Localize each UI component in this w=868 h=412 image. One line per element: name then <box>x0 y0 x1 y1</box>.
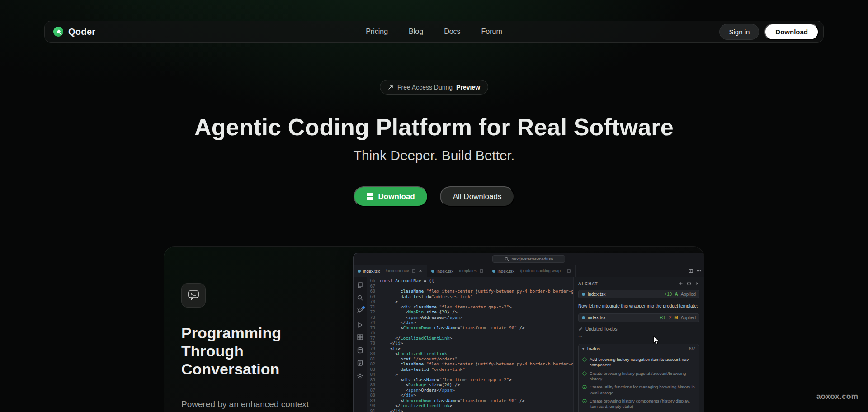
history-icon[interactable] <box>687 281 691 286</box>
extensions-icon[interactable] <box>357 334 363 341</box>
search-icon <box>505 257 509 261</box>
code-line: 73 <span>Addresses</span> <box>367 315 573 320</box>
explorer-icon[interactable] <box>357 282 363 289</box>
brand[interactable]: Qoder <box>53 26 95 37</box>
tab-label: index.tsx <box>437 269 454 274</box>
more-actions-icon[interactable] <box>697 269 701 273</box>
tsx-file-icon <box>582 316 585 319</box>
editor-tab-3[interactable]: index.tsx .../product-tracking-wrap... <box>488 265 576 277</box>
chip-file-name: index.tsx <box>588 292 605 297</box>
pin-icon[interactable] <box>479 269 484 273</box>
collapsed-content[interactable]: ⋯ <box>578 334 699 339</box>
chat-code-icon <box>187 289 200 302</box>
todo-text: Create browsing history components (hist… <box>590 398 695 410</box>
code-line: 75 <ChevronDown className="transform -ro… <box>367 325 573 331</box>
qoder-logo-icon <box>53 26 64 37</box>
code-line: 79 <li> <box>367 346 573 351</box>
run-debug-icon[interactable] <box>357 322 363 328</box>
code-line: 80 <LocalizedClientLink <box>367 351 573 356</box>
feature-icon-tile <box>181 283 206 308</box>
close-panel-icon[interactable] <box>695 281 699 286</box>
tab-path: ...templates <box>456 269 477 273</box>
file-change-chip[interactable]: index.tsx +19 A Applied <box>578 290 699 298</box>
code-line: 68 className="flex items-center justify-… <box>367 289 573 294</box>
split-editor-icon[interactable] <box>689 269 693 273</box>
code-lines: 66const AccountNav = ({6768 className="f… <box>367 278 573 412</box>
code-editor[interactable]: 66const AccountNav = ({6768 className="f… <box>367 277 573 412</box>
workspace-name: nextjs-starter-medusa <box>512 256 553 261</box>
notification-badge <box>362 306 365 309</box>
code-line: 91 </li> <box>367 408 573 412</box>
editor-tab-2[interactable]: index.tsx ...templates <box>427 265 488 277</box>
trending-arrow-icon <box>388 84 394 90</box>
ide-titlebar: nextjs-starter-medusa <box>354 253 704 265</box>
tsx-file-icon <box>358 270 361 273</box>
database-icon[interactable] <box>357 347 363 354</box>
nav-link-blog[interactable]: Blog <box>409 28 423 36</box>
check-circle-icon <box>582 357 587 362</box>
pin-icon[interactable] <box>566 269 571 273</box>
todo-text: Create browsing history page at /account… <box>590 371 695 382</box>
change-status: Applied <box>681 292 696 297</box>
code-line: 70 > <box>367 299 573 304</box>
ide-tabbar: index.tsx .../account-nav index.tsx ...t… <box>354 265 704 277</box>
tsx-file-icon <box>582 293 585 296</box>
badge-text: Free Access During <box>397 84 453 91</box>
all-downloads-button[interactable]: All Downloads <box>440 186 515 207</box>
code-line: 87 <span>Orders</span> <box>367 388 573 393</box>
editor-tab-1[interactable]: index.tsx .../account-nav <box>354 265 427 277</box>
hero-download-button[interactable]: Download <box>354 186 428 207</box>
todo-list: Add browsing history navigation item to … <box>579 354 699 412</box>
code-line: 71 <div className="flex items-center gap… <box>367 304 573 310</box>
ide-search-bar[interactable]: nextjs-starter-medusa <box>492 255 566 263</box>
nav-links: Pricing Blog Docs Forum <box>366 28 502 36</box>
todo-text: Create utility functions for managing br… <box>590 384 695 396</box>
page-subtitle: Think Deeper. Build Better. <box>354 148 515 163</box>
code-line: 78 </li> <box>367 341 573 346</box>
hero-actions: Download All Downloads <box>354 186 515 207</box>
chevron-down-icon: ▾ <box>582 347 584 351</box>
checklist-icon[interactable] <box>357 360 363 366</box>
tabbar-actions <box>689 265 701 277</box>
tool-call-row: Updated To-dos <box>578 327 699 331</box>
code-line: 86 <Package size={20} /> <box>367 382 573 388</box>
nav-download-button[interactable]: Download <box>764 24 819 40</box>
code-line: 81 href="/account/orders" <box>367 356 573 362</box>
todo-item[interactable]: Create browsing history page at /account… <box>582 369 695 384</box>
tab-path: .../account-nav <box>382 269 409 273</box>
tool-call-label: Updated To-dos <box>585 327 617 331</box>
navbar: Qoder Pricing Blog Docs Forum Sign in Do… <box>44 21 824 43</box>
assistant-message: Now let me integrate this wrapper into t… <box>578 303 699 309</box>
new-chat-icon[interactable] <box>679 281 683 286</box>
todos-panel: ▾ To-dos 6/7 Add browsing history naviga… <box>578 344 699 412</box>
nav-link-docs[interactable]: Docs <box>444 28 460 36</box>
code-line: 74 </div> <box>367 320 573 325</box>
additions-count: +3 <box>660 315 665 320</box>
feature-body: Powered by an enhanced context engine, <box>181 398 335 412</box>
close-tab-icon[interactable] <box>418 269 423 273</box>
nav-link-pricing[interactable]: Pricing <box>366 28 388 36</box>
tab-path: .../product-tracking-wrap... <box>517 269 564 273</box>
code-line: 90 </LocalizedClientLink> <box>367 403 573 408</box>
tab-label: index.tsx <box>498 269 515 274</box>
search-icon[interactable] <box>357 294 363 301</box>
nav-link-forum[interactable]: Forum <box>481 28 502 36</box>
code-line: 76 <box>367 330 573 336</box>
settings-gear-icon[interactable] <box>357 372 363 379</box>
check-circle-icon <box>582 371 587 376</box>
sign-in-button[interactable]: Sign in <box>719 24 759 40</box>
chat-title: AI CHAT <box>578 281 598 286</box>
todo-item[interactable]: Create utility functions for managing br… <box>582 383 695 397</box>
feature-card: Programming Through Conversation Powered… <box>164 246 704 412</box>
brand-name: Qoder <box>68 27 95 37</box>
preview-badge[interactable]: Free Access During Preview <box>380 80 488 95</box>
file-change-chip[interactable]: index.tsx +3 -2 M Applied <box>578 313 699 322</box>
chip-file-name: index.tsx <box>588 315 605 320</box>
todo-item[interactable]: Add browsing history navigation item to … <box>582 355 695 369</box>
additions-count: +19 <box>664 292 672 297</box>
pin-icon[interactable] <box>411 269 416 273</box>
code-line: 82 className="flex items-center justify-… <box>367 361 573 367</box>
todo-item[interactable]: Create browsing history components (hist… <box>582 397 695 411</box>
todos-header[interactable]: ▾ To-dos 6/7 <box>579 344 699 354</box>
code-line: 69 data-testid="addresses-link" <box>367 294 573 299</box>
